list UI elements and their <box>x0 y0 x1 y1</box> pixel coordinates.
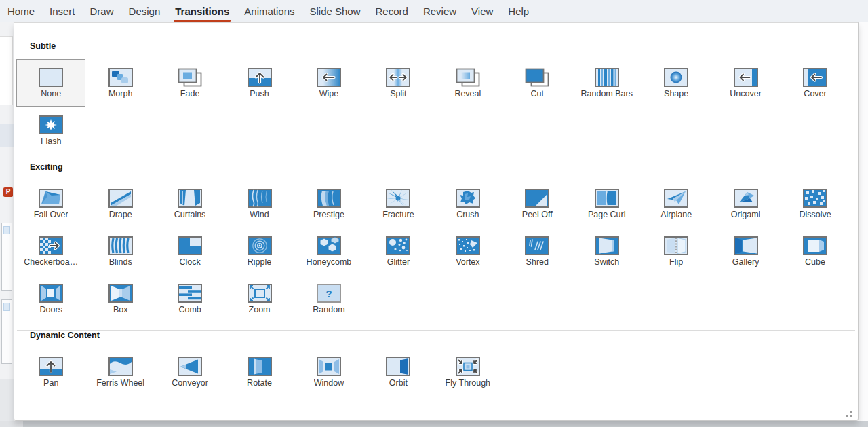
transition-label: Cut <box>531 89 544 98</box>
powerpoint-logo[interactable]: P <box>3 187 13 197</box>
transition-cube[interactable]: Cube <box>781 227 850 275</box>
transition-dissolve[interactable]: Dissolve <box>781 180 850 227</box>
transition-box[interactable]: Box <box>85 275 155 322</box>
transition-push[interactable]: Push <box>224 59 294 107</box>
section-grid-subtle: NoneMorphFadePushWipeSplitRevealCutRando… <box>16 59 858 154</box>
transition-label: Split <box>390 89 406 98</box>
peel-off-icon <box>524 187 550 208</box>
menu-tab-home[interactable]: Home <box>0 0 42 22</box>
transition-conveyor[interactable]: Conveyor <box>155 348 224 396</box>
transition-curtains[interactable]: Curtains <box>155 180 224 227</box>
transition-vortex[interactable]: Vortex <box>433 227 502 275</box>
background-thumbnail[interactable] <box>1 299 12 364</box>
transition-random-bars[interactable]: Random Bars <box>572 59 642 107</box>
menu-tab-help[interactable]: Help <box>500 0 536 22</box>
transition-cut[interactable]: Cut <box>502 59 572 107</box>
transition-fade[interactable]: Fade <box>155 59 224 107</box>
transition-ferris-wheel[interactable]: Ferris Wheel <box>85 348 155 396</box>
transition-zoom[interactable]: Zoom <box>224 275 294 322</box>
transition-wipe[interactable]: Wipe <box>294 59 363 107</box>
menu-tab-record[interactable]: Record <box>368 0 416 22</box>
menu-tab-insert[interactable]: Insert <box>42 0 83 22</box>
transition-shred[interactable]: Shred <box>502 227 572 275</box>
shred-icon <box>524 235 550 256</box>
transition-drape[interactable]: Drape <box>85 180 155 227</box>
background-thumbnail[interactable] <box>1 223 12 291</box>
pan-icon <box>38 356 64 377</box>
transition-fall-over[interactable]: Fall Over <box>16 180 85 227</box>
transition-rotate[interactable]: Rotate <box>224 348 294 396</box>
background-bottom-strip <box>0 421 868 427</box>
menu-tab-transitions[interactable]: Transitions <box>167 0 237 22</box>
transition-switch[interactable]: Switch <box>572 227 642 275</box>
transition-random[interactable]: ?Random <box>294 275 363 322</box>
none-icon <box>38 67 64 88</box>
section-grid-exciting: Fall OverDrapeCurtainsWindPrestigeFractu… <box>16 180 858 322</box>
airplane-icon <box>663 187 689 208</box>
transition-label: Vortex <box>456 257 479 267</box>
transition-checkerboa[interactable]: Checkerboa… <box>16 227 85 275</box>
transition-label: Window <box>314 378 344 388</box>
transition-clock[interactable]: Clock <box>155 227 224 275</box>
transition-gallery[interactable]: Gallery <box>711 227 780 275</box>
random-icon: ? <box>316 282 342 303</box>
transition-window[interactable]: Window <box>294 348 363 396</box>
transitions-gallery: SubtleNoneMorphFadePushWipeSplitRevealCu… <box>14 22 859 421</box>
transition-pan[interactable]: Pan <box>16 348 85 396</box>
fly-through-icon <box>455 356 481 377</box>
transition-shape[interactable]: Shape <box>642 59 711 107</box>
transition-reveal[interactable]: Reveal <box>433 59 502 107</box>
transition-cover[interactable]: Cover <box>781 59 850 107</box>
blinds-icon <box>108 235 134 256</box>
transition-morph[interactable]: Morph <box>85 59 155 107</box>
flip-icon <box>663 235 689 256</box>
vortex-icon <box>455 235 481 256</box>
transition-uncover[interactable]: Uncover <box>711 59 780 107</box>
menu-tab-slide-show[interactable]: Slide Show <box>302 0 368 22</box>
transition-label: Glitter <box>387 257 410 267</box>
transition-fly-through[interactable]: Fly Through <box>433 348 502 396</box>
transition-peel-off[interactable]: Peel Off <box>502 180 572 227</box>
transition-crush[interactable]: Crush <box>433 180 502 227</box>
uncover-icon <box>733 67 759 88</box>
transition-flash[interactable]: Flash <box>16 107 85 154</box>
transition-label: Dissolve <box>799 210 831 219</box>
menu-tab-review[interactable]: Review <box>416 0 464 22</box>
transition-ripple[interactable]: Ripple <box>224 227 294 275</box>
transition-fracture[interactable]: Fracture <box>363 180 433 227</box>
menu-tab-view[interactable]: View <box>464 0 500 22</box>
menu-tab-draw[interactable]: Draw <box>83 0 121 22</box>
ripple-icon <box>247 235 273 256</box>
menu-tab-animations[interactable]: Animations <box>237 0 302 22</box>
transition-split[interactable]: Split <box>363 59 433 107</box>
transition-airplane[interactable]: Airplane <box>642 180 711 227</box>
comb-icon <box>177 282 203 303</box>
transition-glitter[interactable]: Glitter <box>363 227 433 275</box>
transition-wind[interactable]: Wind <box>224 180 294 227</box>
transition-none[interactable]: None <box>16 59 85 107</box>
transition-label: Morph <box>108 89 132 98</box>
background-bottom-light <box>0 421 23 427</box>
cube-icon <box>802 235 828 256</box>
transition-label: Fracture <box>382 210 414 219</box>
transition-origami[interactable]: Origami <box>711 180 780 227</box>
transition-blinds[interactable]: Blinds <box>85 227 155 275</box>
transition-orbit[interactable]: Orbit <box>363 348 433 396</box>
menu-tab-design[interactable]: Design <box>121 0 168 22</box>
transition-page-curl[interactable]: Page Curl <box>572 180 642 227</box>
fall-over-icon <box>38 187 64 208</box>
transition-label: Conveyor <box>172 378 208 388</box>
honeycomb-icon <box>316 235 342 256</box>
transition-flip[interactable]: Flip <box>642 227 711 275</box>
transition-label: Prestige <box>313 210 344 219</box>
transition-label: Wind <box>250 210 269 219</box>
transition-comb[interactable]: Comb <box>155 275 224 322</box>
panel-resize-grip[interactable] <box>846 411 852 417</box>
transition-honeycomb[interactable]: Honeycomb <box>294 227 363 275</box>
transition-doors[interactable]: Doors <box>16 275 85 322</box>
section-title-subtle: Subtle <box>30 41 858 52</box>
transition-label: Switch <box>594 257 619 267</box>
transition-prestige[interactable]: Prestige <box>294 180 363 227</box>
rotate-icon <box>247 356 273 377</box>
transition-label: Airplane <box>660 210 692 219</box>
